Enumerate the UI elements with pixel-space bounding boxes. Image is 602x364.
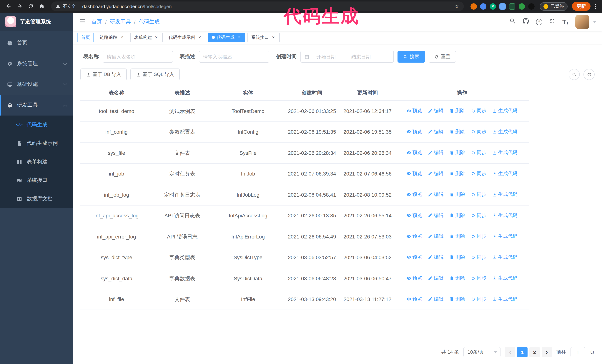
delete-link[interactable]: 删除 [449, 295, 465, 303]
delete-link[interactable]: 删除 [449, 274, 465, 282]
sync-link[interactable]: 同步 [471, 128, 486, 136]
preview-link[interactable]: 预览 [406, 190, 422, 198]
generate-code-link[interactable]: 生成代码 [492, 128, 517, 136]
edit-link[interactable]: 编辑 [428, 169, 443, 177]
tab-form-builder[interactable]: 表单构建 [130, 32, 163, 42]
help-icon[interactable] [536, 19, 542, 25]
extension-icon[interactable] [499, 3, 506, 10]
import-db-button[interactable]: 基于 DB 导入 [80, 69, 127, 80]
reload-icon[interactable] [26, 1, 36, 11]
generate-code-link[interactable]: 生成代码 [492, 232, 517, 240]
breadcrumb-dev-tools[interactable]: 研发工具 [110, 19, 131, 25]
generate-code-link[interactable]: 生成代码 [492, 295, 517, 303]
delete-link[interactable]: 删除 [449, 107, 465, 115]
forward-icon[interactable] [15, 1, 24, 11]
paused-badge[interactable]: 已暂停 [540, 2, 568, 10]
sidebar-item-codegen[interactable]: 代码生成 [0, 115, 73, 134]
edit-link[interactable]: 编辑 [428, 211, 443, 219]
github-icon[interactable] [523, 18, 529, 26]
page-button-1[interactable]: 1 [517, 347, 527, 357]
caret-down-icon[interactable] [593, 21, 596, 23]
goto-page-input[interactable] [570, 347, 585, 357]
date-range-picker[interactable]: - [301, 51, 394, 62]
preview-link[interactable]: 预览 [406, 211, 422, 219]
tab-home[interactable]: 首页 [77, 32, 94, 42]
sync-link[interactable]: 同步 [471, 211, 486, 219]
preview-link[interactable]: 预览 [406, 253, 422, 261]
generate-code-link[interactable]: 生成代码 [492, 190, 517, 198]
sidebar-item-system[interactable]: 系统管理 [0, 53, 73, 74]
sidebar-item-form-builder[interactable]: 表单构建 [0, 153, 73, 171]
prev-page-button[interactable] [505, 347, 515, 357]
extension-icon[interactable] [509, 3, 515, 10]
delete-link[interactable]: 删除 [449, 253, 465, 261]
close-icon[interactable] [154, 35, 159, 40]
preview-link[interactable]: 预览 [406, 107, 422, 115]
breadcrumb-home[interactable]: 首页 [92, 19, 102, 25]
close-icon[interactable] [236, 35, 242, 40]
sidebar-item-codegen-example[interactable]: 代码生成示例 [0, 134, 73, 153]
sidebar-item-system-api[interactable]: 系统接口 [0, 171, 73, 190]
delete-link[interactable]: 删除 [449, 169, 465, 177]
extension-icon[interactable] [471, 3, 477, 10]
close-icon[interactable] [271, 35, 276, 40]
delete-link[interactable]: 删除 [449, 148, 465, 157]
delete-link[interactable]: 删除 [449, 128, 465, 136]
import-sql-button[interactable]: 基于 SQL 导入 [130, 69, 180, 80]
edit-link[interactable]: 编辑 [428, 253, 443, 261]
tab-tracing[interactable]: 链路追踪 [96, 32, 128, 42]
search-icon[interactable] [509, 18, 516, 26]
preview-link[interactable]: 预览 [406, 148, 422, 157]
edit-link[interactable]: 编辑 [428, 107, 443, 115]
sync-link[interactable]: 同步 [471, 107, 486, 115]
sidebar-item-home[interactable]: 首页 [0, 32, 73, 53]
bookmark-star-icon[interactable] [454, 3, 459, 10]
sync-link[interactable]: 同步 [471, 190, 486, 198]
sync-link[interactable]: 同步 [471, 253, 486, 261]
next-page-button[interactable] [542, 347, 552, 357]
generate-code-link[interactable]: 生成代码 [492, 274, 517, 282]
update-button[interactable]: 更新 [572, 2, 591, 11]
extension-icon[interactable] [528, 3, 535, 10]
generate-code-link[interactable]: 生成代码 [492, 169, 517, 177]
preview-link[interactable]: 预览 [406, 274, 422, 282]
generate-code-link[interactable]: 生成代码 [492, 211, 517, 219]
security-indicator[interactable]: 不安全 [55, 3, 76, 10]
sidebar-item-infrastructure[interactable]: 基础设施 [0, 74, 73, 95]
edit-link[interactable]: 编辑 [428, 295, 443, 303]
preview-link[interactable]: 预览 [406, 295, 422, 303]
edit-link[interactable]: 编辑 [428, 190, 443, 198]
home-icon[interactable] [37, 1, 47, 11]
extension-icon[interactable] [519, 3, 525, 10]
avatar[interactable] [575, 15, 589, 29]
edit-link[interactable]: 编辑 [428, 232, 443, 240]
toggle-search-button[interactable] [569, 69, 580, 80]
generate-code-link[interactable]: 生成代码 [492, 148, 517, 157]
back-icon[interactable] [4, 1, 13, 11]
close-icon[interactable] [119, 35, 124, 40]
sync-link[interactable]: 同步 [471, 295, 486, 303]
edit-link[interactable]: 编辑 [428, 148, 443, 157]
preview-link[interactable]: 预览 [406, 169, 422, 177]
sync-link[interactable]: 同步 [471, 274, 486, 282]
extension-icon[interactable]: V [490, 3, 496, 10]
search-button[interactable]: 搜索 [398, 51, 425, 62]
delete-link[interactable]: 删除 [449, 211, 465, 219]
preview-link[interactable]: 预览 [406, 232, 422, 240]
sync-link[interactable]: 同步 [471, 148, 486, 157]
table-desc-input[interactable] [203, 54, 265, 59]
reset-button[interactable]: 重置 [429, 51, 456, 62]
close-icon[interactable] [197, 35, 202, 40]
edit-link[interactable]: 编辑 [428, 128, 443, 136]
sidebar-item-db-docs[interactable]: 数据库文档 [0, 190, 73, 208]
tab-system-api[interactable]: 系统接口 [247, 32, 280, 42]
edit-link[interactable]: 编辑 [428, 274, 443, 282]
start-date-input[interactable] [312, 54, 340, 59]
page-size-select[interactable]: 10条/页 [463, 347, 501, 357]
address-bar[interactable]: 不安全 dashboard.yudao.iocoder.cn/tool/code… [51, 1, 464, 11]
sync-link[interactable]: 同步 [471, 169, 486, 177]
tab-codegen[interactable]: 代码生成 [208, 32, 245, 42]
delete-link[interactable]: 删除 [449, 232, 465, 240]
generate-code-link[interactable]: 生成代码 [492, 253, 517, 261]
sidebar-item-dev-tools[interactable]: 研发工具 [0, 95, 73, 115]
